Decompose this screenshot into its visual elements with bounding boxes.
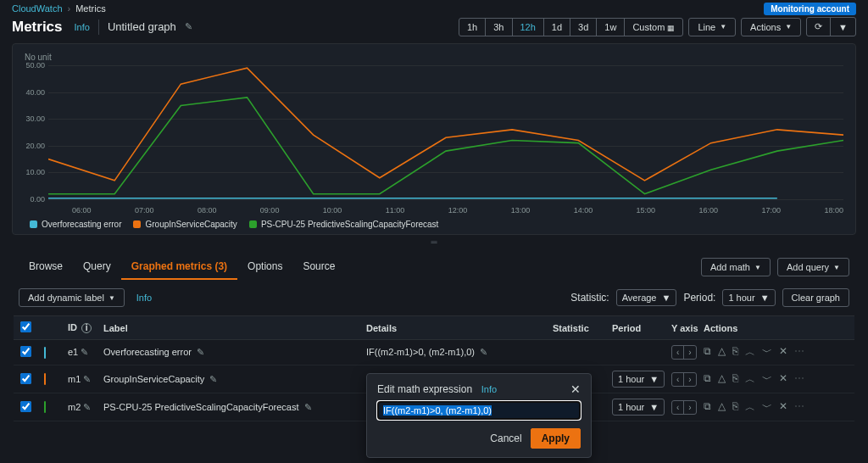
- edit-math-popup: Edit math expression Info ✕ Cancel Apply: [366, 373, 592, 458]
- resize-handle[interactable]: ═: [0, 235, 868, 249]
- remove-icon[interactable]: ✕: [779, 400, 787, 415]
- move-up-icon[interactable]: ︿: [745, 345, 755, 360]
- tab-browse[interactable]: Browse: [19, 254, 73, 280]
- caret-down-icon: ▼: [785, 23, 792, 31]
- color-chip[interactable]: [44, 373, 46, 385]
- row-checkbox[interactable]: [20, 401, 31, 412]
- row-period-select[interactable]: 1 hour▼: [612, 399, 665, 416]
- row-actions: ⧉△⎘︿﹀✕⋯: [704, 345, 848, 360]
- actions-menu[interactable]: Actions▼: [741, 18, 801, 36]
- more-icon[interactable]: ⋯: [794, 345, 804, 360]
- duplicate-icon[interactable]: ⧉: [704, 400, 711, 415]
- info-link[interactable]: Info: [75, 22, 90, 32]
- remove-icon[interactable]: ✕: [779, 372, 787, 387]
- more-icon[interactable]: ⋯: [794, 372, 804, 387]
- yaxis-toggle[interactable]: ‹›: [671, 400, 697, 415]
- color-chip[interactable]: [44, 347, 46, 359]
- row-id: m1 ✎: [68, 374, 103, 385]
- refresh-button[interactable]: ⟳: [807, 18, 831, 36]
- legend-item[interactable]: PS-CPU-25 PredictiveScalingCapacityForec…: [249, 220, 439, 229]
- cancel-button[interactable]: Cancel: [490, 432, 521, 444]
- refresh-options[interactable]: ▼: [831, 18, 855, 36]
- move-down-icon[interactable]: ﹀: [762, 400, 772, 415]
- legend-item[interactable]: GroupInServiceCapacity: [133, 220, 236, 229]
- yaxis-toggle[interactable]: ‹›: [671, 372, 697, 387]
- row-actions: ⧉△⎘︿﹀✕⋯: [704, 400, 848, 415]
- add-dynamic-label-button[interactable]: Add dynamic label▼: [19, 288, 125, 307]
- time-range-1h[interactable]: 1h: [459, 19, 486, 36]
- color-chip[interactable]: [44, 401, 46, 413]
- math-expression-input[interactable]: [377, 401, 581, 420]
- time-range-3h[interactable]: 3h: [486, 19, 512, 36]
- table-row: e1 ✎Overforecasting error ✎IF((m2-m1)>0,…: [14, 340, 854, 365]
- edit-icon[interactable]: ✎: [185, 21, 192, 32]
- select-all-checkbox[interactable]: [20, 321, 31, 332]
- alarm-icon[interactable]: △: [718, 345, 726, 360]
- remove-icon[interactable]: ✕: [779, 345, 787, 360]
- edit-icon[interactable]: ✎: [83, 402, 91, 412]
- move-up-icon[interactable]: ︿: [745, 400, 755, 415]
- time-range-1w[interactable]: 1w: [597, 19, 625, 36]
- chart-area[interactable]: 0.0010.0020.0030.0040.0050.00 06:0007:00…: [25, 65, 843, 215]
- col-details: Details: [366, 323, 553, 333]
- alarm-icon[interactable]: △: [718, 400, 726, 415]
- breadcrumb: CloudWatch › Metrics Monitoring account: [0, 0, 868, 14]
- duplicate-icon[interactable]: ⧉: [704, 372, 711, 387]
- edit-icon[interactable]: ✎: [197, 347, 204, 357]
- tab-source[interactable]: Source: [292, 254, 345, 280]
- edit-icon[interactable]: ✎: [304, 402, 312, 412]
- time-range-segmented[interactable]: 1h3h12h1d3d1wCustom ▦: [459, 18, 683, 36]
- edit-icon[interactable]: ✎: [81, 347, 88, 357]
- period-label: Period:: [683, 292, 715, 304]
- col-period: Period: [612, 323, 671, 333]
- add-query-button[interactable]: Add query▼: [777, 258, 849, 276]
- viz-type-select[interactable]: Line▼: [688, 18, 736, 36]
- col-label: Label: [103, 323, 366, 333]
- info-link[interactable]: Info: [481, 384, 497, 394]
- info-icon[interactable]: i: [81, 323, 92, 333]
- edit-icon[interactable]: ✎: [83, 374, 91, 384]
- edit-icon[interactable]: ✎: [209, 374, 217, 384]
- tab-graphed-metrics-[interactable]: Graphed metrics (3): [121, 254, 237, 280]
- duplicate-icon[interactable]: ⧉: [704, 345, 711, 360]
- yaxis-toggle[interactable]: ‹›: [671, 345, 697, 360]
- add-math-button[interactable]: Add math▼: [701, 258, 771, 276]
- move-up-icon[interactable]: ︿: [745, 372, 755, 387]
- period-select[interactable]: 1 hour▼: [722, 289, 775, 306]
- apply-button[interactable]: Apply: [531, 428, 581, 449]
- alarm-icon[interactable]: △: [718, 372, 726, 387]
- move-down-icon[interactable]: ﹀: [762, 372, 772, 387]
- time-range-3d[interactable]: 3d: [570, 19, 597, 36]
- copy-icon[interactable]: ⎘: [732, 372, 738, 387]
- tab-options[interactable]: Options: [237, 254, 292, 280]
- row-label: GroupInServiceCapacity ✎: [103, 374, 366, 385]
- time-range-12h[interactable]: 12h: [513, 19, 544, 36]
- col-yaxis: Y axis: [671, 323, 704, 333]
- chevron-right-icon: ›: [68, 3, 71, 14]
- more-icon[interactable]: ⋯: [794, 400, 804, 415]
- copy-icon[interactable]: ⎘: [732, 400, 738, 415]
- refresh-control[interactable]: ⟳ ▼: [806, 17, 856, 36]
- col-id: ID i: [68, 322, 103, 333]
- popup-title: Edit math expression: [377, 383, 472, 395]
- info-link[interactable]: Info: [136, 293, 152, 303]
- edit-icon[interactable]: ✎: [480, 347, 487, 357]
- time-range-1d[interactable]: 1d: [544, 19, 570, 36]
- row-checkbox[interactable]: [20, 346, 31, 357]
- divider: [98, 20, 99, 35]
- copy-icon[interactable]: ⎘: [732, 345, 738, 360]
- statistic-select[interactable]: Average▼: [616, 289, 677, 306]
- tab-query[interactable]: Query: [73, 254, 121, 280]
- move-down-icon[interactable]: ﹀: [762, 345, 772, 360]
- time-range-Custom[interactable]: Custom ▦: [625, 19, 682, 36]
- row-actions: ⧉△⎘︿﹀✕⋯: [704, 372, 848, 387]
- breadcrumb-root[interactable]: CloudWatch: [12, 3, 63, 14]
- monitoring-account-badge[interactable]: Monitoring account: [764, 3, 856, 15]
- row-checkbox[interactable]: [20, 373, 31, 384]
- row-period-select[interactable]: 1 hour▼: [612, 371, 665, 388]
- page-title: Metrics: [12, 19, 63, 36]
- clear-graph-button[interactable]: Clear graph: [782, 288, 849, 307]
- legend-item[interactable]: Overforecasting error: [30, 220, 121, 229]
- graph-name: Untitled graph: [108, 20, 176, 33]
- close-icon[interactable]: ✕: [570, 382, 581, 396]
